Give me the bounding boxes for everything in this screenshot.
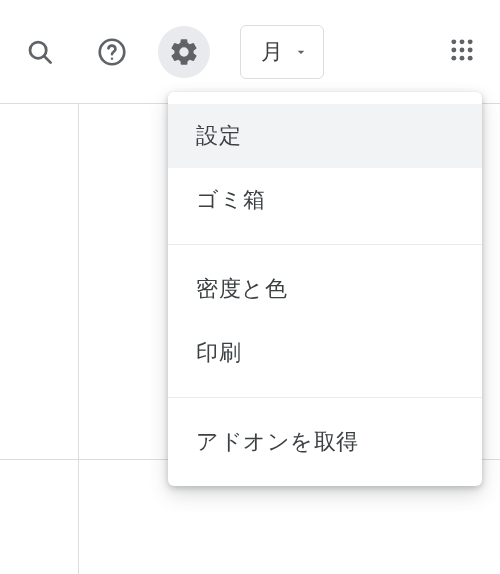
svg-line-1 bbox=[44, 56, 51, 63]
menu-item-label: ゴミ箱 bbox=[196, 185, 266, 215]
menu-divider bbox=[168, 397, 482, 398]
menu-item-settings[interactable]: 設定 bbox=[168, 104, 482, 168]
svg-point-11 bbox=[460, 55, 465, 60]
help-icon bbox=[96, 36, 128, 68]
menu-item-label: アドオンを取得 bbox=[196, 427, 359, 457]
menu-item-density[interactable]: 密度と色 bbox=[168, 257, 482, 321]
svg-point-5 bbox=[460, 39, 465, 44]
menu-item-label: 密度と色 bbox=[196, 274, 287, 304]
view-selector[interactable]: 月 bbox=[240, 25, 324, 79]
menu-item-trash[interactable]: ゴミ箱 bbox=[168, 168, 482, 232]
menu-item-label: 印刷 bbox=[196, 338, 241, 368]
svg-point-10 bbox=[451, 55, 456, 60]
svg-point-12 bbox=[468, 55, 473, 60]
search-button[interactable] bbox=[14, 26, 66, 78]
grid-line-vertical bbox=[78, 104, 79, 574]
gear-icon bbox=[168, 36, 200, 68]
settings-button[interactable] bbox=[158, 26, 210, 78]
svg-point-9 bbox=[468, 47, 473, 52]
svg-point-7 bbox=[451, 47, 456, 52]
menu-item-addons[interactable]: アドオンを取得 bbox=[168, 410, 482, 474]
apps-button[interactable] bbox=[436, 26, 488, 78]
caret-down-icon bbox=[293, 44, 309, 60]
menu-divider bbox=[168, 244, 482, 245]
help-button[interactable] bbox=[86, 26, 138, 78]
svg-point-4 bbox=[451, 39, 456, 44]
search-icon bbox=[25, 37, 55, 67]
view-selector-label: 月 bbox=[261, 37, 283, 67]
svg-point-6 bbox=[468, 39, 473, 44]
menu-item-label: 設定 bbox=[196, 121, 241, 151]
svg-point-3 bbox=[111, 57, 113, 59]
settings-menu: 設定 ゴミ箱 密度と色 印刷 アドオンを取得 bbox=[168, 92, 482, 486]
menu-item-print[interactable]: 印刷 bbox=[168, 321, 482, 385]
apps-grid-icon bbox=[448, 36, 476, 68]
svg-point-8 bbox=[460, 47, 465, 52]
toolbar: 月 bbox=[0, 0, 500, 104]
